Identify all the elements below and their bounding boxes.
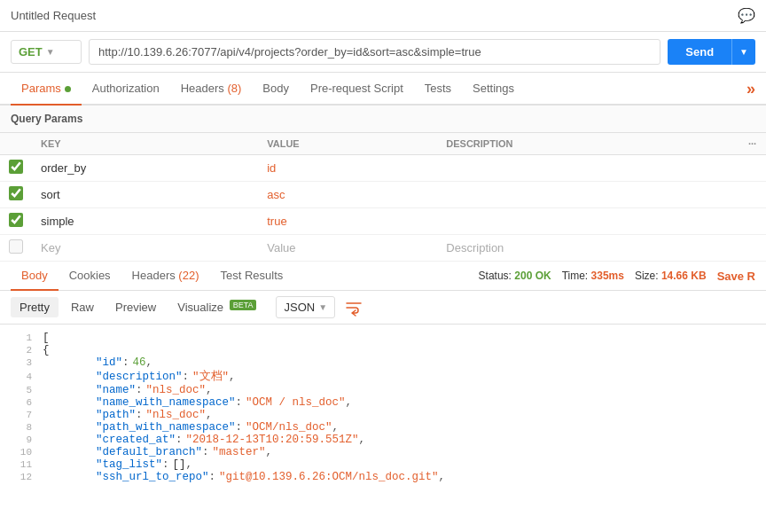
table-row: order_by id — [0, 155, 766, 182]
format-label: JSON — [284, 301, 315, 314]
json-viewer: 1[2 {3 "id": 46,4 "description": "文档",5 … — [0, 325, 766, 491]
description-cell-0 — [437, 155, 739, 182]
key-cell-3: Key — [32, 235, 258, 262]
status-label: Status: 200 OK — [479, 270, 551, 282]
row-checkbox-3[interactable] — [9, 239, 23, 254]
json-line: 10 "default_branch": "master", — [0, 446, 766, 458]
key-cell-1[interactable]: sort — [32, 182, 258, 208]
request-tab-row: Params Authorization Headers (8) Body Pr… — [0, 73, 766, 106]
row-checkbox-1[interactable] — [9, 186, 23, 200]
tab-headers[interactable]: Headers (8) — [170, 73, 253, 106]
key-cell-0[interactable]: order_by — [32, 155, 258, 182]
tab-response-body[interactable]: Body — [11, 262, 59, 291]
wrap-button[interactable] — [344, 298, 363, 317]
line-number: 6 — [7, 397, 32, 408]
json-line: 8 "path_with_namespace": "OCM/nls_doc", — [0, 421, 766, 434]
view-preview[interactable]: Preview — [106, 297, 165, 317]
line-number: 3 — [7, 357, 32, 368]
beta-badge: BETA — [230, 300, 257, 310]
json-line: 6 "name_with_namespace": "OCM / nls_doc"… — [0, 396, 766, 409]
json-line: 11 "tag_list": [], — [0, 458, 766, 471]
value-cell-3: Value — [258, 235, 437, 262]
more-cell-2 — [739, 208, 766, 235]
send-button-group: Send ▼ — [668, 39, 755, 65]
json-line: 5 "name": "nls_doc", — [0, 384, 766, 396]
more-cell-1 — [739, 182, 766, 208]
send-dropdown-button[interactable]: ▼ — [731, 39, 755, 65]
window-title: Untitled Request — [11, 9, 96, 22]
json-line: 2 { — [0, 344, 766, 356]
line-number: 10 — [7, 447, 32, 458]
chat-icon: 💬 — [738, 7, 755, 24]
json-line: 9 "created_at": "2018-12-13T10:20:59.551… — [0, 434, 766, 446]
time-value: 335ms — [591, 270, 624, 282]
response-toolbar: Pretty Raw Preview Visualize BETA JSON ▼ — [0, 291, 766, 325]
line-number: 11 — [7, 459, 32, 470]
line-number: 9 — [7, 434, 32, 445]
url-input[interactable] — [89, 39, 660, 65]
value-cell-2[interactable]: true — [258, 208, 437, 235]
format-chevron-icon: ▼ — [318, 302, 327, 312]
tab-prerequest[interactable]: Pre-request Script — [300, 73, 414, 106]
more-cell-0 — [739, 155, 766, 182]
json-line: 4 "description": "文档", — [0, 369, 766, 384]
json-line: 12 "ssh_url_to_repo": "git@10.139.6.26:O… — [0, 471, 766, 483]
method-label: GET — [19, 45, 43, 59]
col-key: KEY — [32, 133, 258, 155]
line-number: 12 — [7, 472, 32, 482]
response-tab-row: Body Cookies Headers (22) Test Results S… — [0, 262, 766, 291]
params-table: KEY VALUE DESCRIPTION ··· order_by id so… — [0, 133, 766, 262]
size-value: 14.66 KB — [661, 270, 707, 282]
line-number: 1 — [7, 332, 32, 343]
tab-body[interactable]: Body — [252, 73, 300, 106]
query-params-section-title: Query Params — [0, 106, 766, 133]
status-value: 200 OK — [514, 270, 551, 282]
tab-tests[interactable]: Tests — [414, 73, 462, 106]
tab-overflow-icon[interactable]: » — [746, 80, 755, 98]
status-bar: Status: 200 OK Time: 335ms Size: 14.66 K… — [479, 270, 755, 283]
json-line: 3 "id": 46, — [0, 356, 766, 369]
description-cell-2 — [437, 208, 739, 235]
description-cell-3: Description — [437, 235, 739, 262]
key-cell-2[interactable]: simple — [32, 208, 258, 235]
col-checkbox — [0, 133, 32, 155]
json-line: 1[ — [0, 332, 766, 344]
tab-authorization[interactable]: Authorization — [82, 73, 170, 106]
time-label: Time: 335ms — [562, 270, 624, 282]
save-response-button[interactable]: Save R — [717, 270, 755, 283]
description-cell-1 — [437, 182, 739, 208]
method-select[interactable]: GET ▼ — [11, 40, 82, 64]
col-more: ··· — [739, 133, 766, 155]
col-description: DESCRIPTION — [437, 133, 739, 155]
table-row: sort asc — [0, 182, 766, 208]
chevron-down-icon: ▼ — [46, 47, 55, 57]
col-value: VALUE — [258, 133, 437, 155]
row-checkbox-2[interactable] — [9, 213, 23, 227]
tab-params[interactable]: Params — [11, 73, 82, 106]
view-visualize[interactable]: Visualize BETA — [168, 297, 265, 317]
wrap-icon — [344, 298, 363, 317]
line-number: 7 — [7, 410, 32, 420]
more-cell-3 — [739, 235, 766, 262]
send-button[interactable]: Send — [668, 39, 731, 65]
table-row: simple true — [0, 208, 766, 235]
value-cell-0[interactable]: id — [258, 155, 437, 182]
format-select[interactable]: JSON ▼ — [276, 296, 335, 318]
size-label: Size: 14.66 KB — [635, 270, 707, 282]
table-row: Key Value Description — [0, 235, 766, 262]
tab-cookies[interactable]: Cookies — [59, 262, 121, 291]
line-number: 5 — [7, 385, 32, 395]
view-raw[interactable]: Raw — [62, 297, 103, 317]
value-cell-1[interactable]: asc — [258, 182, 437, 208]
tab-test-results[interactable]: Test Results — [209, 262, 293, 291]
url-bar: GET ▼ Send ▼ — [0, 32, 766, 73]
tab-settings[interactable]: Settings — [462, 73, 525, 106]
params-dot — [65, 86, 71, 92]
title-bar: Untitled Request 💬 — [0, 0, 766, 32]
row-checkbox-0[interactable] — [9, 160, 23, 174]
view-pretty[interactable]: Pretty — [11, 297, 59, 317]
line-number: 8 — [7, 422, 32, 433]
line-number: 4 — [7, 372, 32, 382]
line-number: 2 — [7, 345, 32, 356]
tab-response-headers[interactable]: Headers (22) — [121, 262, 210, 291]
